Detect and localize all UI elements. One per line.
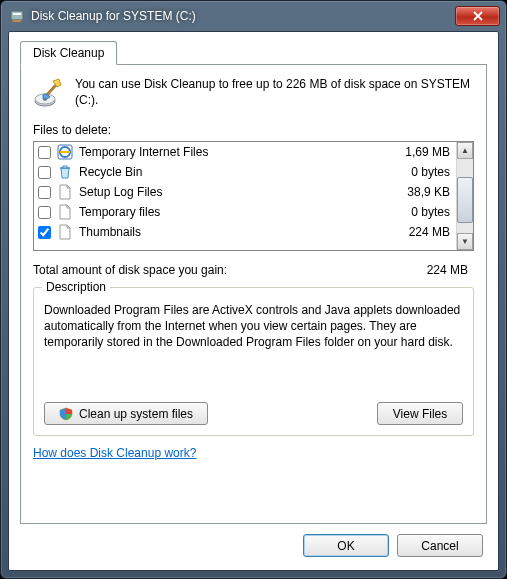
files-to-delete-label: Files to delete: bbox=[33, 123, 474, 137]
file-row[interactable]: Recycle Bin0 bytes bbox=[34, 162, 456, 182]
file-row[interactable]: Setup Log Files38,9 KB bbox=[34, 182, 456, 202]
titlebar[interactable]: Disk Cleanup for SYSTEM (C:) bbox=[1, 1, 506, 31]
content-area: Disk Cleanup You can use Disk Cleanup to… bbox=[8, 31, 499, 571]
close-icon bbox=[473, 11, 483, 21]
file-name: Recycle Bin bbox=[79, 165, 389, 179]
description-group: Description Downloaded Program Files are… bbox=[33, 287, 474, 436]
file-type-icon bbox=[57, 204, 73, 220]
file-size: 38,9 KB bbox=[395, 185, 450, 199]
files-rows: Temporary Internet Files1,69 MBRecycle B… bbox=[34, 142, 456, 250]
svg-rect-1 bbox=[13, 13, 21, 15]
app-icon bbox=[9, 8, 25, 24]
svg-rect-0 bbox=[11, 11, 23, 20]
close-button[interactable] bbox=[455, 6, 500, 26]
total-label: Total amount of disk space you gain: bbox=[33, 263, 427, 277]
file-name: Thumbnails bbox=[79, 225, 389, 239]
file-row[interactable]: Thumbnails224 MB bbox=[34, 222, 456, 242]
description-legend: Description bbox=[42, 280, 110, 294]
shield-icon bbox=[59, 407, 73, 421]
total-value: 224 MB bbox=[427, 263, 474, 277]
file-type-icon bbox=[57, 164, 73, 180]
file-checkbox[interactable] bbox=[38, 226, 51, 239]
file-row[interactable]: Temporary files0 bytes bbox=[34, 202, 456, 222]
file-checkbox[interactable] bbox=[38, 186, 51, 199]
file-name: Temporary files bbox=[79, 205, 389, 219]
clean-system-files-button[interactable]: Clean up system files bbox=[44, 402, 208, 425]
file-name: Temporary Internet Files bbox=[79, 145, 389, 159]
tab-body: You can use Disk Cleanup to free up to 2… bbox=[20, 64, 487, 524]
window-title: Disk Cleanup for SYSTEM (C:) bbox=[31, 9, 455, 23]
scrollbar[interactable]: ▲ ▼ bbox=[456, 142, 473, 250]
help-link[interactable]: How does Disk Cleanup work? bbox=[33, 446, 196, 460]
tab-disk-cleanup[interactable]: Disk Cleanup bbox=[20, 41, 117, 65]
disk-cleanup-icon bbox=[33, 77, 65, 109]
files-listbox: Temporary Internet Files1,69 MBRecycle B… bbox=[33, 141, 474, 251]
ok-button[interactable]: OK bbox=[303, 534, 389, 557]
file-type-icon bbox=[57, 184, 73, 200]
file-size: 1,69 MB bbox=[395, 145, 450, 159]
file-size: 224 MB bbox=[395, 225, 450, 239]
tabstrip: Disk Cleanup bbox=[20, 40, 487, 64]
cancel-label: Cancel bbox=[421, 539, 458, 553]
ok-label: OK bbox=[337, 539, 354, 553]
cancel-button[interactable]: Cancel bbox=[397, 534, 483, 557]
view-files-button[interactable]: View Files bbox=[377, 402, 463, 425]
file-checkbox[interactable] bbox=[38, 146, 51, 159]
intro-text: You can use Disk Cleanup to free up to 2… bbox=[75, 77, 474, 108]
file-size: 0 bytes bbox=[395, 165, 450, 179]
svg-rect-7 bbox=[63, 166, 67, 168]
scroll-down-button[interactable]: ▼ bbox=[457, 233, 473, 250]
description-text: Downloaded Program Files are ActiveX con… bbox=[44, 302, 463, 394]
file-size: 0 bytes bbox=[395, 205, 450, 219]
intro-section: You can use Disk Cleanup to free up to 2… bbox=[33, 77, 474, 109]
scroll-track[interactable] bbox=[457, 159, 473, 233]
file-checkbox[interactable] bbox=[38, 166, 51, 179]
view-files-label: View Files bbox=[393, 407, 447, 421]
file-checkbox[interactable] bbox=[38, 206, 51, 219]
file-type-icon bbox=[57, 224, 73, 240]
file-type-icon bbox=[57, 144, 73, 160]
total-line: Total amount of disk space you gain: 224… bbox=[33, 263, 474, 277]
dialog-window: Disk Cleanup for SYSTEM (C:) Disk Cleanu… bbox=[0, 0, 507, 579]
scroll-up-button[interactable]: ▲ bbox=[457, 142, 473, 159]
file-row[interactable]: Temporary Internet Files1,69 MB bbox=[34, 142, 456, 162]
clean-system-files-label: Clean up system files bbox=[79, 407, 193, 421]
scroll-thumb[interactable] bbox=[457, 177, 473, 223]
file-name: Setup Log Files bbox=[79, 185, 389, 199]
dialog-footer: OK Cancel bbox=[20, 524, 487, 559]
